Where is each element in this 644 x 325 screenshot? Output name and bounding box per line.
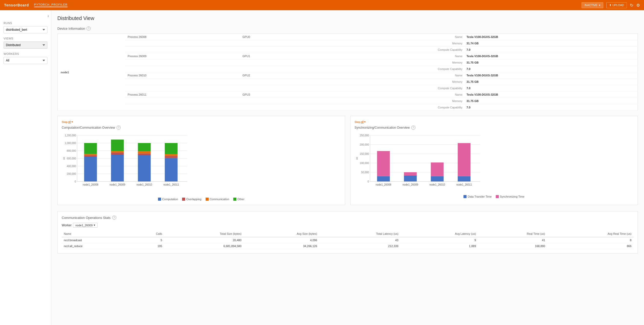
workers-select[interactable]: All bbox=[4, 57, 47, 64]
svg-rect-18 bbox=[84, 155, 97, 157]
legend-item: Data Transfer Time bbox=[463, 195, 492, 198]
ops-table-cell: 9 bbox=[400, 237, 478, 243]
device-info-icon[interactable]: ? bbox=[87, 26, 91, 31]
legend-item: Overlapping bbox=[182, 198, 201, 201]
svg-text:node1_26009: node1_26009 bbox=[402, 183, 418, 186]
svg-rect-32 bbox=[165, 158, 178, 182]
svg-rect-30 bbox=[138, 143, 151, 151]
ops-table-cell: 212,339 bbox=[319, 243, 400, 249]
svg-text:50,000: 50,000 bbox=[361, 171, 369, 174]
chart2-step-label: Step bbox=[355, 120, 361, 124]
svg-text:node1_26011: node1_26011 bbox=[163, 183, 179, 186]
app-layout: ‹ Runs distributed_bert Views Distribute… bbox=[0, 10, 644, 325]
svg-text:800,000: 800,000 bbox=[67, 149, 76, 152]
ops-table-cell: 41 bbox=[478, 237, 547, 243]
workers-label: Workers bbox=[4, 52, 47, 55]
svg-rect-58 bbox=[431, 176, 444, 181]
svg-rect-35 bbox=[165, 143, 178, 154]
chart2-step-chevron: ▾ bbox=[364, 120, 366, 124]
svg-text:node1_26011: node1_26011 bbox=[456, 183, 472, 186]
runs-select[interactable]: distributed_bert bbox=[4, 26, 47, 33]
ops-table-cell: 43 bbox=[319, 237, 400, 243]
worker-chip[interactable]: node1_26009 ▾ bbox=[73, 223, 97, 228]
topbar: TensorBoard PYTORCH_PROFILER INACTIVE ▾ … bbox=[0, 0, 644, 10]
topbar-right: INACTIVE ▾ ⬆ UPLOAD ↻ ⚙ bbox=[582, 2, 640, 8]
ops-table-header-row: NameCallsTotal Size (bytes)Avg Size (byt… bbox=[62, 231, 634, 237]
ops-table-cell: 195 bbox=[132, 243, 164, 249]
chart1-title: Computation/Communication Overview ? bbox=[62, 126, 341, 130]
svg-rect-56 bbox=[404, 172, 417, 176]
svg-text:1,200,000: 1,200,000 bbox=[65, 134, 76, 137]
status-dropdown[interactable]: INACTIVE ▾ bbox=[582, 2, 603, 8]
worker-chevron-icon: ▾ bbox=[94, 224, 95, 227]
svg-rect-27 bbox=[138, 155, 151, 181]
svg-text:0: 0 bbox=[367, 180, 369, 183]
svg-rect-52 bbox=[377, 176, 390, 181]
refresh-button[interactable]: ↻ bbox=[630, 3, 633, 8]
views-select[interactable]: Distributed bbox=[4, 42, 47, 49]
settings-button[interactable]: ⚙ bbox=[636, 3, 640, 8]
upload-button[interactable]: ⬆ UPLOAD bbox=[606, 2, 627, 8]
svg-text:node1_26008: node1_26008 bbox=[375, 183, 391, 186]
svg-rect-28 bbox=[138, 154, 151, 156]
svg-rect-17 bbox=[84, 157, 97, 181]
ops-col-header: Avg Latency (us) bbox=[400, 231, 478, 237]
ops-col-header: Avg Size (bytes) bbox=[244, 231, 319, 237]
legend-item: Other bbox=[233, 198, 245, 201]
views-section: Views Distributed bbox=[0, 34, 51, 50]
ops-table-row: nccl:broadcast520,4804,096439418 bbox=[62, 237, 634, 243]
plugin-label: PYTORCH_PROFILER bbox=[34, 3, 68, 7]
svg-text:node1_26008: node1_26008 bbox=[83, 183, 99, 186]
svg-text:us: us bbox=[62, 157, 65, 160]
device-row: node1 Process 26008 GPU0 Name Tesla V100… bbox=[58, 34, 638, 40]
chart1-info-icon[interactable]: ? bbox=[117, 126, 121, 130]
ops-table-cell: 34,266,126 bbox=[244, 243, 319, 249]
svg-text:0: 0 bbox=[75, 180, 76, 183]
svg-text:100,000: 100,000 bbox=[360, 162, 369, 165]
svg-text:400,000: 400,000 bbox=[67, 165, 76, 168]
device-row: Memory 31.75 GB bbox=[58, 79, 638, 85]
runs-label: Runs bbox=[4, 22, 47, 25]
worker-value: node1_26009 bbox=[75, 224, 92, 227]
svg-text:150,000: 150,000 bbox=[360, 153, 369, 155]
ops-col-header: Total Latency (us) bbox=[319, 231, 400, 237]
ops-info-icon[interactable]: ? bbox=[112, 216, 116, 220]
svg-text:node1_26009: node1_26009 bbox=[110, 183, 125, 186]
device-row: Compute Capability 7.0 bbox=[58, 66, 638, 72]
ops-col-header: Real Time (us) bbox=[478, 231, 547, 237]
svg-rect-22 bbox=[111, 155, 124, 181]
svg-rect-19 bbox=[84, 154, 97, 155]
chart2-step-selector[interactable]: Step all ▾ bbox=[355, 120, 634, 124]
ops-table-cell: 6,681,894,580 bbox=[164, 243, 244, 249]
svg-rect-33 bbox=[165, 156, 178, 158]
svg-rect-55 bbox=[404, 176, 417, 181]
device-row: Memory 31.74 GB bbox=[58, 40, 638, 47]
worker-select-wrap: Worker node1_26009 ▾ bbox=[62, 223, 634, 228]
chevron-down-icon: ▾ bbox=[599, 4, 600, 7]
ops-table-cell: 1,089 bbox=[400, 243, 478, 249]
ops-header: Communication Operations Stats ? bbox=[62, 216, 634, 220]
legend-item: Computation bbox=[158, 198, 178, 201]
chart1-step-label: Step bbox=[62, 120, 68, 124]
device-row: Compute Capability 7.0 bbox=[58, 47, 638, 53]
chart1-step-value: all bbox=[68, 120, 71, 124]
ops-col-header: Avg Real Time (us) bbox=[547, 231, 634, 237]
svg-text:200,000: 200,000 bbox=[360, 143, 369, 146]
chart2-info-icon[interactable]: ? bbox=[411, 126, 415, 130]
device-row: Process 26011 GPU3 Name Tesla V100-DGXS-… bbox=[58, 92, 638, 98]
ops-col-header: Total Size (bytes) bbox=[164, 231, 244, 237]
ops-table-cell: 168,890 bbox=[478, 243, 547, 249]
ops-table-cell: nccl:broadcast bbox=[62, 237, 132, 243]
chart2-step-value: all bbox=[361, 120, 364, 124]
svg-text:us: us bbox=[355, 157, 358, 160]
sidebar-toggle[interactable]: ‹ bbox=[0, 13, 51, 19]
ops-table-cell: 20,480 bbox=[164, 237, 244, 243]
svg-rect-34 bbox=[165, 154, 178, 156]
ops-table: NameCallsTotal Size (bytes)Avg Size (byt… bbox=[62, 231, 634, 249]
chart2-svg: 050,000100,000150,000200,000250,000usnod… bbox=[355, 133, 483, 192]
comm-ops-section: Communication Operations Stats ? Worker … bbox=[57, 211, 638, 253]
svg-text:node1_26010: node1_26010 bbox=[429, 183, 445, 186]
svg-rect-59 bbox=[431, 162, 444, 176]
device-info-table: node1 Process 26008 GPU0 Name Tesla V100… bbox=[57, 34, 638, 111]
chart1-step-selector[interactable]: Step all ▾ bbox=[62, 120, 341, 124]
